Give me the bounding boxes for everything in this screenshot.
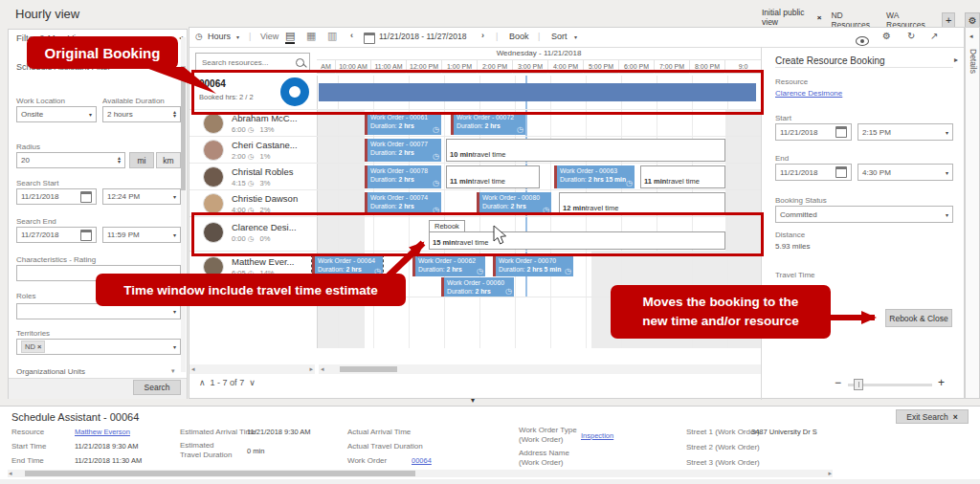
- search-start-date-input[interactable]: 11/21/2018: [16, 188, 97, 205]
- field-label: Estimated Arrival Time: [180, 428, 256, 436]
- calendar-icon[interactable]: [80, 230, 92, 241]
- chip-close-icon[interactable]: ×: [37, 342, 41, 351]
- booking-block[interactable]: Work Order - 00078Duration: 2 hrs◷: [365, 165, 441, 188]
- book-button[interactable]: Book: [509, 32, 529, 41]
- expand-icon[interactable]: ↗: [930, 31, 938, 41]
- work-order-link[interactable]: 00064: [412, 456, 432, 465]
- collapse-left-icon[interactable]: ◂: [969, 33, 973, 40]
- resource-search-input[interactable]: [200, 57, 296, 68]
- tab-settings-button[interactable]: ⚙: [965, 12, 980, 28]
- booking-block[interactable]: Work Order - 00070Duration: 2 hrs 5 min◷: [493, 255, 573, 276]
- field-label: End Time: [11, 456, 44, 465]
- field-label: Work Order Type (Work Order): [519, 426, 578, 446]
- field-value: 0 min: [247, 447, 264, 455]
- stepper-icons[interactable]: ▴▾: [173, 111, 176, 118]
- sort-button[interactable]: Sort: [551, 32, 568, 41]
- map-view-icon[interactable]: [856, 36, 869, 46]
- work-location-select[interactable]: Onsite▾: [16, 106, 97, 122]
- booking-block[interactable]: Work Order - 00061Duration: 2 hrs◷: [365, 112, 441, 135]
- calendar-icon[interactable]: [364, 33, 375, 44]
- booking-status-select[interactable]: Committed▾: [775, 206, 953, 223]
- collapse-right-icon[interactable]: ▸: [954, 55, 958, 64]
- start-date-input[interactable]: 11/21/2018: [775, 123, 852, 141]
- close-icon[interactable]: ×: [817, 13, 822, 22]
- booking-block[interactable]: Work Order - 00072Duration: 2 hrs◷: [451, 112, 525, 135]
- booking-block[interactable]: Work Order - 00062Duration: 2 hrs◷: [412, 255, 485, 276]
- prev-date-icon[interactable]: ‹: [350, 31, 353, 40]
- details-strip[interactable]: ◂ Details: [965, 27, 980, 399]
- hours-scale-button[interactable]: Hours: [208, 32, 231, 41]
- zoom-slider[interactable]: [848, 384, 932, 386]
- start-time-select[interactable]: 2:15 PM▾: [858, 123, 953, 141]
- booking-block[interactable]: Work Order - 00077Duration: 2 hrs◷: [365, 139, 441, 162]
- details-tab-label[interactable]: Details: [969, 49, 978, 74]
- travel-time-window[interactable]: 11 min travel time: [640, 165, 725, 188]
- search-icon[interactable]: [296, 58, 304, 67]
- booking-block[interactable]: Work Order - 00060Duration: 2 hrs◷: [441, 277, 514, 297]
- exit-search-button[interactable]: Exit Search×: [896, 409, 969, 424]
- calendar-icon[interactable]: [80, 191, 92, 203]
- next-date-icon[interactable]: ›: [481, 31, 484, 40]
- sidebar-scrollbar[interactable]: [181, 37, 186, 372]
- date-range[interactable]: 11/21/2018 - 11/27/2018: [379, 32, 466, 41]
- zoom-out-icon[interactable]: −: [835, 376, 841, 389]
- page-down-icon[interactable]: ∨: [249, 378, 256, 387]
- search-start-time-select[interactable]: 12:24 PM▾: [102, 188, 181, 205]
- work-order-type-link[interactable]: Inspection: [581, 431, 613, 440]
- rebook-close-button[interactable]: Rebook & Close: [885, 309, 952, 327]
- grid-view-icon[interactable]: ▦: [306, 30, 316, 42]
- stepper-icons[interactable]: ▴▾: [118, 157, 121, 164]
- roles-label: Roles: [16, 292, 35, 300]
- travel-time-window[interactable]: 11 min travel time: [446, 165, 540, 188]
- resource-list-scrollbar[interactable]: ◂▸: [189, 364, 315, 374]
- search-button[interactable]: Search: [133, 380, 181, 395]
- booking-block[interactable]: Work Order - 00063Duration: 2 hrs 15 min…: [554, 165, 635, 188]
- panel-title: Schedule Assistant - 00064: [11, 411, 139, 423]
- refresh-icon[interactable]: ↻: [907, 31, 915, 41]
- panel-title: Create Resource Booking: [775, 55, 885, 66]
- timeline-scrollbar[interactable]: ◂: [319, 364, 761, 374]
- distance-value: 5.93 miles: [775, 242, 810, 251]
- radius-stepper[interactable]: 20▴▾: [16, 152, 125, 168]
- clock-icon: ◷: [433, 179, 439, 188]
- territories-select[interactable]: ND × ▾: [16, 339, 181, 355]
- available-duration-stepper[interactable]: 2 hours▴▾: [102, 106, 181, 122]
- chevron-down-icon: ▾: [89, 111, 92, 118]
- travel-time-label: Travel Time: [775, 271, 815, 279]
- calendar-icon[interactable]: [835, 166, 847, 178]
- gear-icon[interactable]: ⚙: [882, 31, 891, 41]
- resource-name[interactable]: Christal Robles: [232, 166, 293, 177]
- territory-chip[interactable]: ND ×: [21, 341, 45, 353]
- list-view-icon[interactable]: ▤: [285, 30, 295, 44]
- resource-link[interactable]: Matthew Everson: [75, 428, 130, 436]
- chevron-down-icon[interactable]: ▾: [574, 33, 577, 40]
- travel-time-window[interactable]: 10 min travel time: [446, 139, 725, 162]
- radius-unit-km-button[interactable]: km: [156, 152, 181, 168]
- search-end-time-select[interactable]: 11:59 PM▾: [102, 227, 181, 243]
- calendar-icon[interactable]: [835, 126, 847, 138]
- scrollbar-thumb[interactable]: [340, 366, 397, 372]
- field-label: Street 1 (Work Order): [686, 428, 760, 436]
- scrollbar-thumb[interactable]: [25, 471, 415, 476]
- resource-name[interactable]: Matthew Ever...: [232, 256, 294, 267]
- zoom-in-icon[interactable]: +: [938, 376, 945, 389]
- calendar-view-icon[interactable]: ▥: [327, 30, 337, 42]
- add-tab-button[interactable]: +: [942, 12, 955, 28]
- end-time-select[interactable]: 4:30 PM▾: [858, 164, 953, 181]
- resource-name[interactable]: Christie Dawson: [232, 193, 298, 204]
- end-date-input[interactable]: 11/21/2018: [775, 164, 852, 181]
- page-up-icon[interactable]: ∧: [199, 378, 206, 387]
- splitter-collapse-icon[interactable]: ▾: [471, 396, 475, 405]
- scroll-right-icon: ▸: [309, 365, 313, 373]
- search-start-label: Search Start: [16, 179, 58, 187]
- resource-link[interactable]: Clarence Desimone: [775, 89, 842, 98]
- search-end-date-input[interactable]: 11/27/2018: [16, 227, 97, 243]
- resource-name[interactable]: Cheri Castane...: [232, 140, 298, 150]
- zoom-slider-thumb[interactable]: [854, 379, 863, 390]
- callout-original-booking: Original Booking: [27, 36, 178, 69]
- radius-unit-mi-button[interactable]: mi: [129, 152, 154, 168]
- chevron-down-icon[interactable]: ▾: [236, 33, 239, 40]
- scroll-down-icon[interactable]: ▾: [171, 367, 175, 375]
- field-label: Actual Travel Duration: [347, 442, 423, 451]
- bottom-scrollbar[interactable]: ◂ ▸: [8, 470, 833, 477]
